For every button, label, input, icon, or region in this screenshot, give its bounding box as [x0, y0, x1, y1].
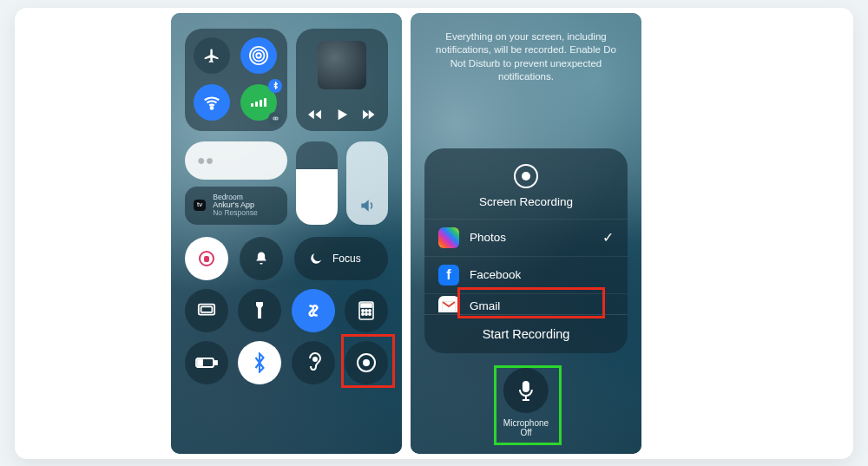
wifi-toggle[interactable] — [194, 84, 230, 121]
highlight-microphone — [494, 365, 562, 445]
play-icon[interactable] — [336, 108, 348, 121]
svg-rect-10 — [201, 306, 213, 312]
checkmark-icon: ✓ — [602, 229, 614, 246]
record-icon — [355, 351, 378, 374]
control-center-screenshot: ●● tv Bedroom Ankur's App No Response — [171, 13, 402, 454]
screen-recording-button[interactable] — [345, 341, 388, 384]
volume-slider[interactable] — [346, 141, 388, 225]
gmail-app-icon — [438, 296, 459, 312]
svg-point-4 — [273, 117, 275, 120]
svg-point-6 — [314, 207, 319, 211]
svg-rect-11 — [359, 302, 373, 319]
sun-icon — [310, 202, 324, 216]
destination-app-item[interactable]: Gmail — [424, 293, 628, 312]
microphone-label: Microphone Off — [503, 418, 549, 438]
rewind-icon[interactable] — [308, 108, 324, 121]
home-icon: ●● — [197, 153, 214, 168]
svg-point-3 — [211, 107, 214, 109]
destination-app-label: Gmail — [470, 299, 500, 312]
destination-app-item[interactable]: Photos ✓ — [424, 219, 628, 256]
destination-app-label: Photos — [470, 231, 506, 244]
svg-point-14 — [365, 309, 367, 311]
svg-point-15 — [369, 309, 371, 311]
svg-point-22 — [313, 358, 317, 361]
destination-app-item[interactable]: f Facebook — [424, 256, 628, 293]
appletv-badge: tv — [194, 200, 206, 210]
airplane-icon — [203, 47, 220, 64]
forward-icon[interactable] — [360, 108, 376, 121]
media-tile[interactable] — [296, 29, 388, 131]
screen-recording-card: Screen Recording Photos ✓ f Facebook — [424, 148, 628, 353]
screen-recording-title: Screen Recording — [424, 195, 628, 208]
hearing-button[interactable] — [292, 341, 335, 384]
link-icon — [272, 115, 279, 122]
highlight-start-recording — [457, 287, 605, 318]
wifi-icon — [202, 93, 221, 112]
calculator-button[interactable] — [345, 289, 388, 332]
microphone-icon — [503, 368, 549, 413]
appletv-tile[interactable]: tv Bedroom Ankur's App No Response — [185, 187, 287, 225]
album-art — [318, 41, 366, 89]
orientation-lock-icon — [196, 248, 217, 269]
focus-label: Focus — [332, 253, 361, 265]
destination-app-label: Facebook — [470, 268, 521, 281]
svg-rect-26 — [523, 381, 529, 392]
home-tile[interactable]: ●● — [185, 141, 287, 180]
connectivity-tile[interactable] — [185, 29, 287, 131]
svg-point-7 — [200, 252, 214, 266]
highlight-record-button — [341, 334, 395, 388]
svg-rect-12 — [361, 304, 372, 307]
svg-point-0 — [256, 53, 261, 58]
svg-point-1 — [253, 49, 265, 61]
moon-icon — [308, 251, 324, 266]
svg-point-2 — [250, 46, 267, 63]
silent-button[interactable] — [240, 237, 283, 280]
bluetooth-mini-toggle[interactable] — [268, 79, 282, 93]
svg-rect-20 — [214, 361, 217, 364]
svg-point-13 — [362, 309, 364, 311]
record-indicator-icon — [514, 164, 538, 188]
cellular-icon — [251, 98, 266, 107]
svg-point-24 — [363, 359, 370, 366]
svg-rect-25 — [442, 301, 456, 312]
svg-point-23 — [358, 354, 375, 371]
shazam-icon — [304, 301, 323, 320]
facebook-app-icon: f — [438, 265, 459, 286]
svg-rect-19 — [196, 358, 214, 367]
shazam-button[interactable] — [292, 289, 335, 332]
bluetooth-icon — [252, 352, 267, 373]
bluetooth-icon — [272, 82, 279, 89]
recording-notice: Everything on your screen, including not… — [424, 30, 628, 93]
flashlight-button[interactable] — [238, 289, 281, 332]
flashlight-icon — [253, 301, 266, 320]
screen-recording-screenshot: Everything on your screen, including not… — [411, 13, 641, 454]
start-recording-button[interactable]: Start Recording — [424, 314, 628, 353]
svg-point-18 — [369, 312, 371, 314]
airplane-mode-toggle[interactable] — [194, 37, 230, 74]
svg-point-16 — [362, 312, 364, 314]
calculator-icon — [358, 301, 374, 320]
screen-mirroring-icon — [197, 302, 216, 319]
svg-rect-9 — [199, 304, 214, 314]
photos-app-icon — [438, 227, 459, 248]
hotspot-mini-toggle[interactable] — [268, 112, 282, 126]
speaker-icon — [358, 197, 376, 214]
bluetooth-button[interactable] — [238, 341, 281, 384]
focus-button[interactable]: Focus — [294, 237, 388, 280]
orientation-lock-button[interactable] — [185, 237, 228, 280]
bell-icon — [253, 250, 270, 267]
svg-point-5 — [275, 117, 278, 120]
screen-mirroring-button[interactable] — [185, 289, 228, 332]
destination-app-list: Photos ✓ f Facebook Gmail — [424, 219, 628, 312]
airdrop-toggle[interactable] — [240, 37, 277, 74]
battery-icon — [195, 357, 218, 369]
svg-rect-8 — [205, 257, 208, 261]
appletv-label: Bedroom Ankur's App No Response — [213, 194, 258, 217]
svg-point-17 — [365, 312, 367, 314]
cellular-toggle[interactable] — [240, 84, 277, 121]
airdrop-icon — [249, 46, 268, 65]
brightness-slider[interactable] — [296, 141, 338, 225]
svg-rect-21 — [198, 360, 202, 365]
microphone-toggle[interactable]: Microphone Off — [503, 368, 549, 438]
low-power-button[interactable] — [185, 341, 228, 384]
